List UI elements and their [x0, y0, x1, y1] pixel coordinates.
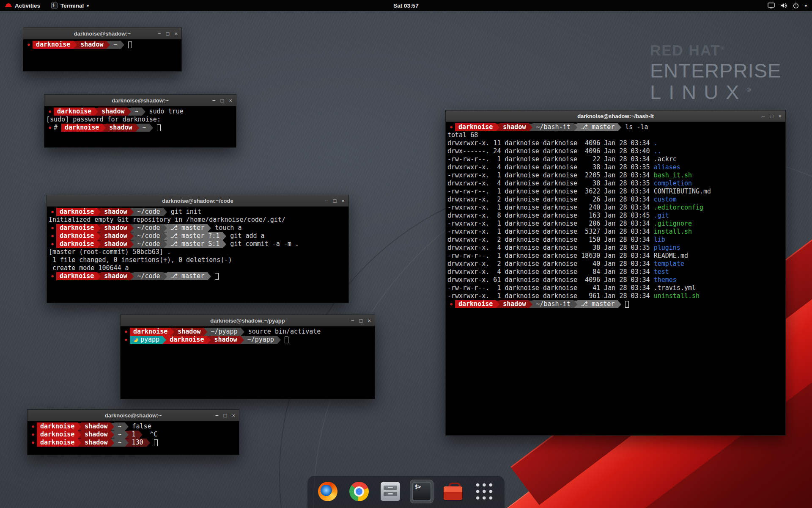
chrome-icon [349, 482, 369, 501]
app-menu[interactable]: $ Terminal ▾ [49, 0, 91, 11]
terminal-app-icon: $ [51, 3, 58, 8]
toolbox-launcher[interactable] [441, 480, 465, 503]
window-titlebar[interactable]: darknoise@shadow:~/bash-it −□× [446, 110, 785, 122]
terminal-line: -rw-rw-r--. 1 darknoise darknoise 41 Jan… [447, 284, 784, 292]
powerline-separator [130, 240, 134, 248]
prompt-segment-host: shadow [77, 41, 107, 49]
powerline-separator [97, 224, 101, 232]
clock[interactable]: Sat 03:57 [393, 0, 418, 11]
close-button[interactable]: × [341, 198, 345, 204]
terminal-text: Initialized empty Git repository in /hom… [49, 216, 285, 224]
window-titlebar[interactable]: darknoise@shadow:~ −□× [44, 95, 236, 106]
terminal-launcher[interactable] [410, 480, 433, 503]
powerline-separator [111, 423, 114, 431]
maximize-button[interactable]: □ [359, 318, 363, 323]
file-name: completion [654, 179, 692, 188]
prompt-segment-user: darknoise [455, 123, 496, 131]
maximize-button[interactable]: □ [770, 113, 774, 119]
prompt-segment-path: ~/code [134, 232, 163, 240]
terminal-cursor [157, 124, 161, 131]
prompt-segment-path: ~/code [134, 208, 163, 216]
powerline-separator [618, 301, 621, 308]
window-titlebar[interactable]: darknoise@shadow:~ −□× [23, 28, 181, 39]
terminal-text: total 68 [447, 131, 478, 139]
prompt-segment-user: darknoise [56, 272, 97, 280]
chrome-launcher[interactable] [347, 480, 371, 503]
close-button[interactable]: × [778, 113, 782, 119]
powerline-separator [130, 224, 134, 232]
files-launcher[interactable] [379, 480, 402, 503]
window-titlebar[interactable]: darknoise@shadow:~ −□× [27, 410, 239, 421]
powerline-separator [223, 240, 226, 248]
prompt-segment-exit: 1 [129, 431, 139, 439]
window-titlebar[interactable]: darknoise@shadow:~/pyapp −□× [121, 315, 375, 326]
maximize-button[interactable]: □ [224, 413, 227, 418]
terminal-text [150, 439, 154, 447]
window-controls: −□× [351, 315, 371, 326]
redhat-prompt-icon: ● [447, 300, 455, 308]
close-button[interactable]: × [368, 318, 371, 323]
close-button[interactable]: × [229, 98, 232, 103]
volume-icon [780, 2, 787, 9]
terminal-text: -rw-rw-r--. 1 darknoise darknoise 22 Jan… [447, 155, 654, 163]
terminal-text: git commit -a -m . [226, 240, 299, 248]
prompt-segment-host: shadow [106, 124, 135, 132]
redhat-prompt-icon: ● [49, 232, 56, 240]
minimize-button[interactable]: − [158, 31, 161, 36]
prompt-segment-host: shadow [81, 431, 111, 439]
activities-button[interactable]: Activities [3, 0, 42, 11]
powerline-separator [136, 124, 139, 132]
terminal-line: [master (root-commit) 50bcb63] . [49, 248, 347, 256]
terminal-line: drwxrwxr-x. 4 darknoise darknoise 38 Jan… [447, 179, 784, 188]
powerline-separator [529, 301, 532, 308]
maximize-button[interactable]: □ [166, 31, 170, 36]
terminal-cursor [154, 439, 158, 446]
powerline-separator [223, 232, 226, 240]
prompt-segment-git: ⎇ master [577, 123, 618, 131]
minimize-button[interactable]: − [212, 98, 216, 103]
terminal-content[interactable]: ●darknoiseshadow~/bash-it⎇ master ls -la… [446, 122, 785, 435]
prompt-segment-host: shadow [81, 422, 111, 431]
minimize-button[interactable]: − [351, 318, 354, 323]
powerline-separator [142, 108, 145, 116]
window-title: darknoise@shadow:~ [112, 97, 168, 104]
minimize-button[interactable]: − [762, 113, 765, 119]
prompt-segment-host: shadow [211, 336, 240, 344]
terminal-window-home-1: darknoise@shadow:~ −□× ●darknoiseshadow~ [23, 28, 182, 72]
prompt-segment-git: ⎇ master [167, 224, 208, 232]
window-titlebar[interactable]: darknoise@shadow:~/code −□× [47, 195, 348, 207]
terminal-text [211, 272, 215, 280]
powerline-separator [125, 423, 129, 431]
app-grid-launcher[interactable] [472, 480, 496, 503]
prompt-segment-host: shadow [101, 208, 130, 216]
maximize-button[interactable]: □ [333, 198, 337, 204]
redhat-icon [5, 3, 12, 8]
system-menu[interactable]: ▾ [766, 0, 809, 11]
terminal-text: touch a [211, 224, 241, 232]
close-button[interactable]: × [174, 31, 178, 36]
terminal-content[interactable]: ●darknoiseshadow~/pyapp source bin/activ… [121, 326, 375, 399]
prompt-segment-user: darknoise [37, 439, 78, 447]
prompt-segment-git: ⎇ master [167, 272, 208, 280]
powerline-separator [164, 224, 167, 232]
terminal-text: git init [167, 208, 201, 216]
powerline-separator [97, 232, 101, 240]
prompt-segment-user: darknoise [455, 300, 496, 308]
terminal-content[interactable]: ●darknoiseshadow~ [23, 39, 181, 71]
terminal-content[interactable]: ●darknoiseshadow~ false●darknoiseshadow~… [27, 421, 239, 455]
redhat-prompt-icon: ● [46, 108, 54, 116]
powerline-separator [121, 41, 124, 49]
minimize-button[interactable]: − [215, 413, 219, 418]
minimize-button[interactable]: − [325, 198, 328, 204]
close-button[interactable]: × [232, 413, 235, 418]
terminal-line: drwxrwxr-x. 2 darknoise darknoise 40 Jan… [447, 260, 784, 268]
file-name: plugins [654, 244, 680, 252]
maximize-button[interactable]: □ [221, 98, 224, 103]
terminal-content[interactable]: ●darknoiseshadow~ sudo true[sudo] passwo… [44, 106, 236, 147]
firefox-launcher[interactable] [316, 480, 340, 503]
terminal-line: ●darknoiseshadow~/code git init [49, 208, 347, 216]
terminal-content[interactable]: ●darknoiseshadow~/code git initInitializ… [47, 207, 348, 303]
prompt-segment-host: shadow [174, 328, 204, 336]
terminal-icon [412, 482, 431, 501]
terminal-text: -rwxrwxr-x. 1 darknoise darknoise 5327 J… [447, 228, 654, 236]
